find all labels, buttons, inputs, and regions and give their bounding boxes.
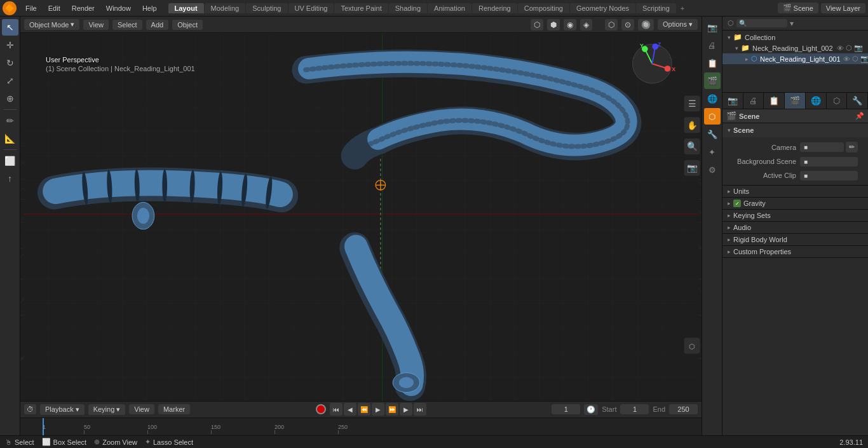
gravity-checkbox-label[interactable]: ✓ Gravity [733, 200, 766, 207]
active-clip-select-btn[interactable]: ■ [800, 171, 858, 180]
tab-geometry-nodes[interactable]: Geometry Nodes [570, 3, 635, 13]
rotate-tool[interactable]: ↻ [2, 55, 18, 71]
gravity-checkbox[interactable]: ✓ [733, 200, 741, 207]
add-menu-btn[interactable]: Add [146, 20, 169, 30]
viewport-shading-material[interactable]: ◉ [564, 19, 576, 31]
viewport-shading-wireframe[interactable]: ⬡ [531, 19, 543, 31]
scene-selector[interactable]: 🎬 Scene [778, 3, 818, 13]
add-cube-tool[interactable]: ⬜ [2, 153, 18, 169]
measure-tool[interactable]: 📐 [2, 130, 18, 147]
frame-rate-btn[interactable]: 🕐 [584, 404, 598, 415]
view-menu-timeline-btn[interactable]: View [129, 404, 154, 414]
current-frame-input[interactable]: 1 [552, 404, 580, 414]
end-frame-input[interactable]: 250 [669, 404, 698, 414]
physics-props-btn[interactable]: ⚙ [704, 161, 721, 178]
timeline-ruler[interactable]: 1 50 100 150 200 250 [20, 418, 702, 435]
props-scene-btn[interactable]: 🎬 [785, 93, 806, 109]
props-output-btn[interactable]: 🖨 [743, 93, 764, 109]
prev-keyframe-btn[interactable]: ⏪ [358, 403, 370, 416]
tab-shading[interactable]: Shading [389, 3, 427, 13]
tab-layout[interactable]: Layout [168, 3, 204, 13]
viewport-gizmo-btn[interactable]: 🔘 [638, 19, 654, 31]
record-btn[interactable] [316, 404, 326, 414]
props-render-btn[interactable]: 📷 [722, 93, 743, 109]
props-modifier-btn[interactable]: 🔧 [847, 93, 868, 109]
viewport-overlay-btn[interactable]: ⊙ [621, 19, 634, 31]
props-object-btn[interactable]: ⬡ [827, 93, 848, 109]
move-tool[interactable]: ✛ [2, 37, 18, 53]
tab-scripting[interactable]: Scripting [636, 3, 676, 13]
item-restrict-0[interactable]: ⬡ [846, 44, 852, 52]
item-restrict-1[interactable]: ⬡ [852, 55, 858, 63]
timeline-mode-btn[interactable]: ⏱ [24, 404, 36, 414]
custom-props-header[interactable]: ▸ Custom Properties [722, 246, 868, 257]
marker-menu-btn[interactable]: Marker [158, 404, 190, 414]
tab-uv-editing[interactable]: UV Editing [288, 3, 334, 13]
select-tool[interactable]: ↖ [2, 19, 18, 36]
viewport[interactable]: Object Mode ▾ View Select Add Object ⬡ ⬢… [20, 17, 702, 401]
item-visibility-1[interactable]: 👁 [843, 55, 850, 63]
start-frame-input[interactable]: 1 [620, 404, 649, 414]
viewport-shading-rendered[interactable]: ◈ [580, 19, 592, 31]
menu-edit[interactable]: Edit [43, 3, 65, 13]
playback-menu-btn[interactable]: Playback ▾ [40, 404, 85, 415]
transform-tool[interactable]: ⊕ [2, 90, 18, 107]
item-render-1[interactable]: 📷 [860, 55, 868, 63]
scale-tool[interactable]: ⤢ [2, 72, 18, 89]
menu-file[interactable]: File [20, 3, 42, 13]
keying-sets-header[interactable]: ▸ Keying Sets [722, 210, 868, 221]
units-section-header[interactable]: ▸ Units [722, 186, 868, 197]
audio-header[interactable]: ▸ Audio [722, 222, 868, 233]
world-props-btn[interactable]: 🌐 [704, 90, 721, 107]
tab-compositing[interactable]: Compositing [518, 3, 569, 13]
viewport-toggle-xray[interactable]: ⬡ [605, 19, 618, 31]
jump-to-end-btn[interactable]: ⏭ [414, 403, 426, 416]
scene-section-header[interactable]: ▾ Scene [722, 123, 868, 137]
object-menu-btn[interactable]: Object [172, 20, 203, 30]
props-world-btn[interactable]: 🌐 [806, 93, 827, 109]
tab-add[interactable]: + [677, 3, 688, 13]
play-btn[interactable]: ▶ [372, 403, 384, 416]
rigid-body-header[interactable]: ▸ Rigid Body World [722, 234, 868, 245]
viewport-options-btn[interactable]: Options ▾ [658, 19, 698, 30]
viewport-shading-solid[interactable]: ⬢ [547, 19, 560, 31]
render-props-btn[interactable]: 📷 [704, 19, 721, 36]
props-viewlayer-btn[interactable]: 📋 [764, 93, 785, 109]
menu-help[interactable]: Help [137, 3, 162, 13]
background-scene-select-btn[interactable]: ■ [800, 157, 858, 166]
item-visibility-0[interactable]: 👁 [837, 44, 844, 52]
gravity-section-header[interactable]: ▸ ✓ Gravity [722, 198, 868, 209]
camera-select-btn[interactable]: ■ [800, 142, 844, 152]
outliner-item-1[interactable]: ▸ ⬡ Neck_Reading_Light_001 👁 ⬡ 📷 [722, 53, 868, 64]
view-menu-btn[interactable]: View [83, 20, 109, 30]
menu-render[interactable]: Render [67, 3, 100, 13]
extrude-tool[interactable]: ↑ [2, 170, 18, 187]
annotate-tool[interactable]: ✏ [2, 112, 18, 129]
outliner-item-0[interactable]: ▾ 📁 Neck_Reading_Light_002 👁 ⬡ 📷 [722, 43, 868, 53]
menu-window[interactable]: Window [101, 3, 136, 13]
prev-frame-btn[interactable]: ◀ [344, 403, 356, 416]
tab-animation[interactable]: Animation [428, 3, 471, 13]
outliner-collection-root[interactable]: ▾ 📁 Collection [722, 32, 868, 43]
particles-props-btn[interactable]: ✦ [704, 144, 721, 160]
item-render-0[interactable]: 📷 [854, 44, 863, 52]
output-props-btn[interactable]: 🖨 [704, 37, 721, 53]
tab-rendering[interactable]: Rendering [472, 3, 517, 13]
select-menu-btn[interactable]: Select [112, 20, 142, 30]
outliner-filter-btn[interactable]: ▾ [790, 19, 794, 28]
viewport-canvas[interactable]: X Y Z ☰ [20, 33, 702, 401]
tab-modeling[interactable]: Modeling [205, 3, 246, 13]
outliner-search-input[interactable] [736, 19, 787, 27]
scene-props-btn[interactable]: 🎬 [704, 72, 721, 89]
props-pin-btn[interactable]: 📌 [855, 112, 864, 120]
object-props-btn[interactable]: ⬡ [704, 108, 721, 125]
modifier-props-btn[interactable]: 🔧 [704, 126, 721, 142]
camera-edit-btn[interactable]: ✏ [846, 142, 858, 153]
next-frame-btn[interactable]: ▶ [400, 403, 412, 416]
keying-menu-btn[interactable]: Keying ▾ [88, 404, 126, 415]
view-layer-props-btn[interactable]: 📋 [704, 55, 721, 71]
jump-to-start-btn[interactable]: ⏮ [330, 403, 342, 416]
tab-sculpting[interactable]: Sculpting [246, 3, 287, 13]
view-layer-selector[interactable]: View Layer [821, 3, 865, 13]
next-keyframe-btn[interactable]: ⏩ [386, 403, 398, 416]
